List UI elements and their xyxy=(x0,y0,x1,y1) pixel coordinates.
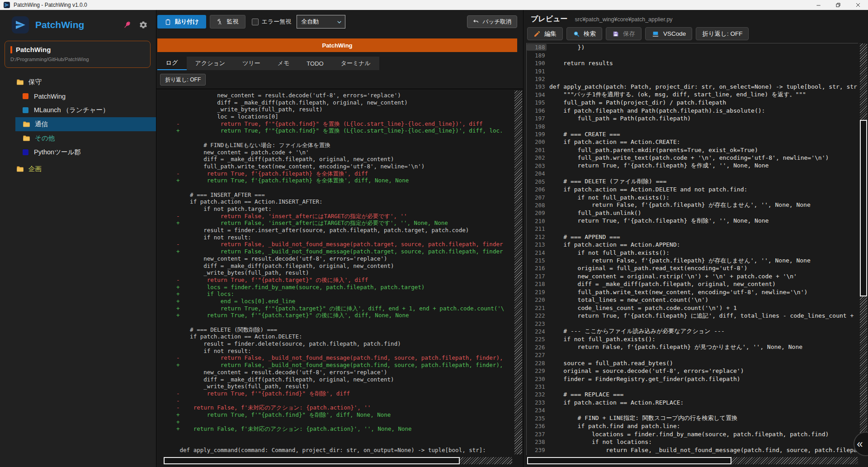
line-number: 234 xyxy=(527,407,549,414)
paste-button[interactable]: 貼り付け xyxy=(157,15,206,29)
line-number: 195 xyxy=(527,99,549,106)
restore-button[interactable] xyxy=(828,0,848,10)
mode-select[interactable]: 全自動 xyxy=(297,15,345,29)
line-text: new_content = original.rstrip('\n') + '\… xyxy=(549,273,797,280)
tree-item[interactable]: MLaunch （ランチャー） xyxy=(0,103,156,117)
scrollbar-thumb[interactable] xyxy=(860,120,867,296)
line-number: 218 xyxy=(527,281,549,287)
antenna-icon xyxy=(217,19,223,25)
line-number: 200 xyxy=(527,138,549,145)
code-line: 189 xyxy=(527,51,858,59)
diff-line: + return False, f'未対応のアクション: {patch.acti… xyxy=(176,425,512,433)
line-text: # === REPLACE === xyxy=(549,391,623,398)
line-text: return True, f'{patch.filepath} を作成', ''… xyxy=(549,162,769,170)
line-number: 219 xyxy=(527,289,549,295)
vertical-scrollbar[interactable] xyxy=(514,91,522,454)
gear-icon[interactable] xyxy=(139,20,148,29)
tab[interactable]: TODO xyxy=(298,57,332,70)
code-line: 220 total_lines = new_content.count('\n'… xyxy=(527,296,858,304)
pencil-icon xyxy=(533,30,541,38)
diff-line: + return True, f'"{patch.target}" の後に挿入'… xyxy=(176,312,512,319)
search-icon xyxy=(573,30,580,38)
ignore-errors-checkbox[interactable]: エラー無視 xyxy=(252,18,292,26)
line-number: 202 xyxy=(527,154,549,161)
code-line: 221 code_lines_count = patch.code.count(… xyxy=(527,304,858,311)
horizontal-scrollbar[interactable] xyxy=(527,457,858,464)
tab[interactable]: メモ xyxy=(269,57,298,70)
preview-header: プレビュー src¥patch_wing¥core¥patch_applier.… xyxy=(531,14,673,24)
vertical-scrollbar[interactable] xyxy=(860,43,867,454)
line-number: 209 xyxy=(527,210,549,216)
line-text: # FIND + LINE指定: 関数スコープ内の行を検索して置換 xyxy=(549,414,737,422)
line-text: return True, f'{patch.filepath} を削除', ''… xyxy=(549,217,769,225)
app-logo-icon xyxy=(12,16,29,33)
line-number: 199 xyxy=(527,131,549,138)
line-number: 220 xyxy=(527,296,549,303)
scrollbar-thumb[interactable] xyxy=(164,457,460,464)
line-number: 189 xyxy=(527,52,549,59)
wrap-toggle-button[interactable]: 折り返し: OFF xyxy=(696,27,749,40)
code-line: 229 original = source.decode('utf-8', er… xyxy=(527,367,858,375)
code-line: 203 return True, f'{patch.filepath} を作成'… xyxy=(527,162,858,170)
horizontal-scrollbar[interactable] xyxy=(164,457,512,464)
diff-line: + if locs: xyxy=(176,291,512,298)
line-text: if patch.action == Action.REPLACE: xyxy=(549,399,684,406)
minimize-button[interactable] xyxy=(808,0,828,10)
clipboard-icon xyxy=(165,19,171,25)
code-line: 207 if not full_path.exists(): xyxy=(527,193,858,201)
tree-item[interactable]: その他 xyxy=(0,131,156,145)
tab[interactable]: ターミナル xyxy=(332,57,379,70)
code-line: 193 def apply_patch(patch: Patch, projec… xyxy=(527,83,858,91)
folder-icon xyxy=(16,78,24,86)
code-line: 204 xyxy=(527,170,858,177)
line-text: # === DELETE (ファイル削除) === xyxy=(549,177,666,186)
line-number: 240 xyxy=(527,454,549,455)
code-line: 235 # FIND + LINE指定: 関数スコープ内の行を検索して置換 xyxy=(527,415,858,422)
tab[interactable]: アクション xyxy=(187,57,234,70)
project-card[interactable]: PatchWing D:/Programming/GitHub/PatchWin… xyxy=(5,41,151,68)
vscode-button[interactable]: VSCode xyxy=(645,27,692,40)
preview-title: プレビュー xyxy=(531,14,568,24)
preview-toolbar: 編集 検索 保存 VSCode 折り返し: OFF xyxy=(527,27,749,40)
line-number: 226 xyxy=(527,344,549,351)
code-line: 234 xyxy=(527,406,858,414)
code-editor[interactable]: 188 }) 189 190 return results 191 192 19 xyxy=(526,43,858,455)
project-accent-bar xyxy=(10,46,12,53)
project-name: PatchWing xyxy=(16,46,51,53)
close-button[interactable] xyxy=(848,0,868,10)
tree-item[interactable]: 保守 xyxy=(0,75,156,89)
scrollbar-thumb[interactable] xyxy=(527,457,731,464)
wrap-toggle-button[interactable]: 折り返し: OFF xyxy=(160,74,206,86)
line-number: 238 xyxy=(527,438,549,445)
diff-line: if patch.action == Action.DELETE: xyxy=(176,333,512,340)
line-number: 214 xyxy=(527,249,549,256)
line-text: full_path.parent.mkdir(parents=True, exi… xyxy=(549,147,758,153)
tree-item[interactable]: PatchWing xyxy=(0,89,156,103)
save-button[interactable]: 保存 xyxy=(606,27,642,40)
tab[interactable]: ログ xyxy=(157,57,187,70)
edit-button[interactable]: 編集 xyxy=(527,27,563,40)
line-number: 223 xyxy=(527,320,549,327)
app-title: PatchWing xyxy=(35,19,115,30)
line-number: 192 xyxy=(527,76,549,82)
checkbox-icon[interactable] xyxy=(252,19,259,25)
diff-line: def apply_command(command: Command, proj… xyxy=(176,447,512,454)
code-line: 197 full_path = Path(patch.filepath) xyxy=(527,114,858,122)
line-number: 210 xyxy=(527,218,549,224)
code-line: 215 return False, f'{patch.filepath} が存在… xyxy=(527,257,858,264)
tree-item[interactable]: 通信 xyxy=(15,117,156,131)
undo-patch-button[interactable]: パッチ取消 xyxy=(467,15,517,28)
diff-line: - return True, f'"{patch.find}" を削除', di… xyxy=(176,390,512,397)
sidebar: PatchWing PatchWing D:/Programming/GitHu… xyxy=(0,10,156,467)
pin-icon[interactable] xyxy=(123,20,132,29)
code-line: 206 if patch.action == Action.DELETE and… xyxy=(527,186,858,193)
code-line: 198 xyxy=(527,122,858,130)
code-line: 224 # --- ここからファイル読み込みが必要なアクション --- xyxy=(527,328,858,335)
tree-item[interactable]: Pythonツール郡 xyxy=(0,145,156,159)
tree-item[interactable]: 企画 xyxy=(0,162,156,176)
tab[interactable]: ツリー xyxy=(234,57,269,70)
search-button[interactable]: 検索 xyxy=(566,27,602,40)
watch-button[interactable]: 監視 xyxy=(210,15,245,29)
line-number: 225 xyxy=(527,336,549,343)
code-line: 225 if not full_path.exists(): xyxy=(527,335,858,343)
